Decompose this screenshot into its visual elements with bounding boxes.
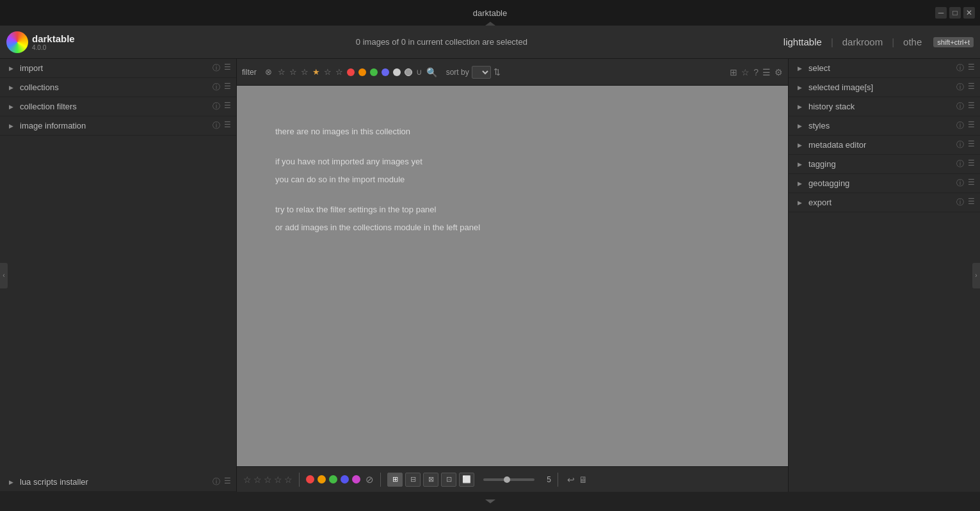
info-icon[interactable]: ⓘ bbox=[956, 197, 964, 208]
filter-color-orange[interactable] bbox=[358, 68, 366, 76]
nav-other[interactable]: othe bbox=[894, 34, 931, 50]
filter-color-white[interactable] bbox=[393, 68, 401, 76]
star-6[interactable]: ☆ bbox=[335, 67, 343, 77]
sidebar-item-selected-images[interactable]: ▶ selected image[s] ⓘ ☰ bbox=[789, 78, 980, 97]
info-icon[interactable]: ⓘ bbox=[956, 82, 964, 93]
menu-icon[interactable]: ☰ bbox=[968, 197, 975, 208]
rating-star-4[interactable]: ☆ bbox=[274, 475, 282, 485]
label-blue[interactable] bbox=[341, 475, 349, 483]
nav-lighttable[interactable]: lighttable bbox=[775, 34, 831, 50]
info-icon[interactable]: ⓘ bbox=[213, 120, 220, 131]
info-icon[interactable]: ⓘ bbox=[213, 476, 220, 487]
info-icon[interactable]: ⓘ bbox=[956, 63, 964, 74]
filter-color-red[interactable] bbox=[347, 68, 355, 76]
collection-status: 0 images of 0 in current collection are … bbox=[109, 37, 775, 47]
sidebar-item-tagging[interactable]: ▶ tagging ⓘ ☰ bbox=[789, 155, 980, 174]
rating-star-2[interactable]: ☆ bbox=[253, 475, 262, 485]
filter-color-green[interactable] bbox=[370, 68, 378, 76]
maximize-button[interactable]: □ bbox=[949, 7, 961, 19]
sort-direction-icon[interactable]: ⇅ bbox=[494, 67, 501, 77]
rating-star-1[interactable]: ☆ bbox=[243, 475, 252, 485]
panel-toggle-up[interactable] bbox=[485, 22, 495, 26]
star-4[interactable]: ★ bbox=[312, 67, 320, 77]
info-icon[interactable]: ⓘ bbox=[956, 101, 964, 112]
zoom-track[interactable] bbox=[483, 478, 534, 481]
filter-clear-button[interactable]: ⊗ bbox=[263, 66, 274, 78]
close-button[interactable]: ✕ bbox=[963, 7, 975, 19]
sidebar-item-import[interactable]: ▶ import ⓘ ☰ bbox=[0, 59, 236, 78]
selected-images-label: selected image[s] bbox=[808, 83, 952, 92]
menu-icon[interactable]: ☰ bbox=[224, 101, 231, 112]
bottom-bar: ☆ ☆ ☆ ☆ ☆ ⊘ ⊞ ⊟ ⊠ ⊡ ⬜ bbox=[237, 466, 788, 492]
sidebar-item-collections[interactable]: ▶ collections ⓘ ☰ bbox=[0, 78, 236, 97]
rating-star-3[interactable]: ☆ bbox=[264, 475, 272, 485]
menu-icon[interactable]: ☰ bbox=[224, 120, 231, 131]
label-red[interactable] bbox=[306, 475, 314, 483]
sidebar-item-collection-filters[interactable]: ▶ collection filters ⓘ ☰ bbox=[0, 97, 236, 116]
label-green[interactable] bbox=[329, 475, 337, 483]
reject-icon[interactable]: ⊘ bbox=[365, 474, 374, 485]
settings-icon[interactable]: ⚙ bbox=[775, 67, 783, 77]
nav-darkroom[interactable]: darkroom bbox=[833, 34, 892, 50]
sidebar-item-lua-scripts[interactable]: ▶ lua scripts installer ⓘ ☰ bbox=[0, 473, 236, 492]
info-icon[interactable]: ⓘ bbox=[956, 120, 964, 131]
sort-dropdown[interactable] bbox=[472, 66, 491, 79]
label-purple[interactable] bbox=[352, 475, 360, 483]
filter-color-none[interactable] bbox=[405, 68, 412, 76]
sidebar-item-select[interactable]: ▶ select ⓘ ☰ bbox=[789, 59, 980, 78]
info-icon[interactable]: ⓘ bbox=[213, 63, 220, 74]
filter-union-icon[interactable]: ∪ bbox=[416, 67, 422, 77]
sidebar-item-export[interactable]: ▶ export ⓘ ☰ bbox=[789, 193, 980, 212]
menu-icon[interactable]: ☰ bbox=[968, 120, 975, 131]
undo-icon[interactable]: ↩ bbox=[567, 475, 575, 485]
star-5[interactable]: ☆ bbox=[324, 67, 332, 77]
right-panel-collapse[interactable]: › bbox=[972, 263, 980, 288]
sidebar-item-styles[interactable]: ▶ styles ⓘ ☰ bbox=[789, 116, 980, 136]
sidebar-item-geotagging[interactable]: ▶ geotagging ⓘ ☰ bbox=[789, 174, 980, 193]
zoom-view-button[interactable]: ⊟ bbox=[405, 473, 421, 487]
menu-icon[interactable]: ☰ bbox=[968, 159, 975, 169]
rating-star-5[interactable]: ☆ bbox=[284, 475, 293, 485]
info-icon[interactable]: ⓘ bbox=[213, 82, 220, 93]
grid-icon[interactable]: ⊞ bbox=[730, 67, 737, 77]
minimize-button[interactable]: ─ bbox=[935, 7, 947, 19]
grid-view-button[interactable]: ⊞ bbox=[387, 473, 403, 487]
sort-label: sort by bbox=[446, 68, 469, 77]
filter-color-blue[interactable] bbox=[382, 68, 389, 76]
menu-icon[interactable]: ☰ bbox=[968, 82, 975, 93]
chevron-right-icon: ▶ bbox=[798, 180, 802, 187]
zoom-thumb[interactable] bbox=[504, 476, 510, 483]
info-icon[interactable]: ⓘ bbox=[956, 178, 964, 189]
menu-icon[interactable]: ☰ bbox=[224, 82, 231, 93]
filmstrip-icon[interactable]: ☆ bbox=[741, 67, 750, 77]
panel-toggle-down[interactable] bbox=[485, 499, 495, 503]
info-icon[interactable]: ⓘ bbox=[956, 159, 964, 169]
chevron-right-icon: ▶ bbox=[798, 65, 802, 72]
menu-icon[interactable]: ☰ bbox=[968, 101, 975, 112]
full-view-button[interactable]: ⬜ bbox=[459, 473, 474, 487]
menu-icon[interactable]: ☰ bbox=[968, 63, 975, 74]
survey-view-button[interactable]: ⊡ bbox=[441, 473, 456, 487]
compare-view-button[interactable]: ⊠ bbox=[423, 473, 438, 487]
sidebar-item-image-information[interactable]: ▶ image information ⓘ ☰ bbox=[0, 116, 236, 136]
menu-icon[interactable]: ☰ bbox=[968, 178, 975, 189]
info-icon[interactable]: ⓘ bbox=[956, 139, 964, 150]
menu-icon[interactable]: ☰ bbox=[968, 139, 975, 150]
sidebar-item-history-stack[interactable]: ▶ history stack ⓘ ☰ bbox=[789, 97, 980, 116]
label-orange[interactable] bbox=[317, 475, 326, 483]
display-icon[interactable]: 🖥 bbox=[579, 475, 588, 485]
sidebar-item-metadata-editor[interactable]: ▶ metadata editor ⓘ ☰ bbox=[789, 136, 980, 155]
menu-icon[interactable]: ☰ bbox=[224, 476, 231, 487]
zoom-slider bbox=[483, 478, 534, 481]
left-panel-collapse[interactable]: ‹ bbox=[0, 263, 8, 288]
info-icon[interactable]: ⓘ bbox=[213, 101, 220, 112]
star-3[interactable]: ☆ bbox=[301, 67, 309, 77]
titlebar: darktable ─ □ ✕ bbox=[0, 0, 980, 26]
menu-icon[interactable]: ☰ bbox=[224, 63, 231, 74]
list-icon[interactable]: ☰ bbox=[762, 67, 771, 77]
separator-1 bbox=[299, 473, 300, 487]
star-2[interactable]: ☆ bbox=[289, 67, 297, 77]
help-icon[interactable]: ? bbox=[753, 67, 759, 77]
search-icon[interactable]: 🔍 bbox=[426, 67, 437, 77]
star-1[interactable]: ☆ bbox=[278, 67, 285, 77]
